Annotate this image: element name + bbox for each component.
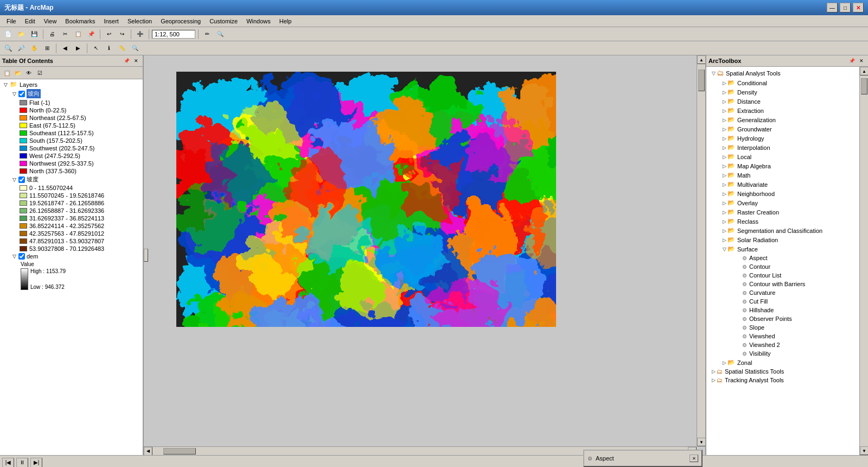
toc-content[interactable]: ▽ 📁 Layers ▽ 坡向 Flat (-1) (0, 79, 143, 455)
toc-pin-button[interactable]: 📌 (122, 56, 131, 65)
tool-overlay[interactable]: ▷ 📂 Overlay (720, 198, 858, 207)
map-canvas[interactable] (176, 72, 556, 327)
toc-close-button[interactable]: ✕ (132, 56, 141, 65)
tool-observer-points[interactable]: ⚙ Observer Points (740, 314, 858, 323)
tool-neighborhood[interactable]: ▷ 📂 Neighborhood (720, 189, 858, 198)
map-nav-button1[interactable]: |◀ (2, 458, 14, 468)
zoom-out-button[interactable]: 🔎 (15, 42, 27, 54)
tool-surface[interactable]: ▽ 📂 Surface (720, 244, 858, 254)
redo-button[interactable]: ↪ (116, 28, 128, 40)
map-nav-button3[interactable]: ▶| (30, 458, 42, 468)
toolbox-pin-button[interactable]: 📌 (847, 56, 856, 65)
open-button[interactable]: 📁 (15, 28, 27, 40)
tool-generalization[interactable]: ▷ 📂 Generalization (720, 115, 858, 124)
tool-local[interactable]: ▷ 📂 Local (720, 152, 858, 161)
tool-hillshade[interactable]: ⚙ Hillshade (740, 306, 858, 314)
editor-button[interactable]: ✏ (201, 28, 213, 40)
layer-aspect-header[interactable]: ▽ 坡向 (10, 89, 142, 99)
tool-conditional[interactable]: ▷ 📂 Conditional (720, 78, 858, 87)
tool-slope[interactable]: ⚙ Slope (740, 323, 858, 332)
select-button[interactable]: ↖ (90, 42, 102, 54)
spatial-analyst-tools-item[interactable]: ▽ 🗂 Spatial Analyst Tools (710, 68, 858, 78)
toolbox-scroll-down-button[interactable]: ▼ (860, 446, 868, 455)
menu-geoprocessing[interactable]: Geoprocessing (156, 17, 205, 26)
save-button[interactable]: 💾 (28, 28, 40, 40)
tool-raster-creation[interactable]: ▷ 📂 Raster Creation (720, 207, 858, 217)
tool-contour[interactable]: ⚙ Contour (740, 262, 858, 271)
layer-dem-checkbox[interactable] (18, 253, 25, 260)
tool-groundwater[interactable]: ▷ 📂 Groundwater (720, 124, 858, 134)
mini-aspect-dialog[interactable]: ⚙ Aspect ✕ (583, 450, 703, 467)
menu-bookmarks[interactable]: Bookmarks (61, 17, 99, 26)
scale-input[interactable]: 1:12, 500 (152, 30, 195, 39)
tool-map-algebra[interactable]: ▷ 📂 Map Algebra (720, 161, 858, 171)
toc-list-by-drawing-order[interactable]: 📋 (2, 68, 12, 78)
paste-button[interactable]: 📌 (85, 28, 97, 40)
toolbox-scroll-up-button[interactable]: ▲ (860, 67, 868, 75)
zoom-in-button[interactable]: 🔍 (2, 42, 14, 54)
map-area[interactable]: ◀ ▶ ▲ ▼ (144, 55, 705, 455)
scroll-down-button[interactable]: ▼ (697, 438, 705, 446)
new-button[interactable]: 📄 (2, 28, 14, 40)
tool-visibility[interactable]: ⚙ Visibility (740, 349, 858, 358)
vscroll-thumb[interactable] (698, 70, 705, 91)
toolbox-content[interactable]: ▽ 🗂 Spatial Analyst Tools ▷ 📂 Conditiona… (706, 67, 859, 455)
scroll-up-button[interactable]: ▲ (697, 55, 705, 64)
print-button[interactable]: 🖨 (46, 28, 58, 40)
menu-selection[interactable]: Selection (123, 17, 156, 26)
maximize-button[interactable]: □ (840, 3, 851, 12)
add-data-button[interactable]: ➕ (134, 28, 146, 40)
layer-dem-header[interactable]: ▽ dem (10, 253, 142, 260)
scroll-left-button[interactable]: ◀ (144, 447, 152, 456)
layers-root[interactable]: ▽ 📁 Layers (1, 80, 142, 89)
layer-slope-checkbox[interactable] (18, 176, 25, 183)
toc-list-by-source[interactable]: 📂 (13, 68, 23, 78)
tool-viewshed[interactable]: ⚙ Viewshed (740, 332, 858, 340)
tool-density[interactable]: ▷ 📂 Density (720, 87, 858, 97)
menu-help[interactable]: Help (275, 17, 296, 26)
forward-button[interactable]: ▶ (72, 42, 84, 54)
measure-button[interactable]: 📏 (116, 42, 128, 54)
layer-aspect-checkbox[interactable] (18, 91, 25, 97)
tool-distance[interactable]: ▷ 📂 Distance (720, 97, 858, 106)
toolbox-close-button[interactable]: ✕ (857, 56, 866, 65)
tool-cut-fill[interactable]: ⚙ Cut Fill (740, 297, 858, 306)
search-button[interactable]: 🔍 (214, 28, 226, 40)
mini-dialog-close-button[interactable]: ✕ (690, 455, 698, 462)
toc-divider-handle[interactable] (144, 249, 148, 262)
menu-customize[interactable]: Customize (205, 17, 242, 26)
toc-list-by-selection[interactable]: ☑ (35, 68, 44, 78)
menu-edit[interactable]: Edit (21, 17, 40, 26)
cut-button[interactable]: ✂ (59, 28, 71, 40)
menu-windows[interactable]: Windows (242, 17, 275, 26)
menu-file[interactable]: File (2, 17, 21, 26)
tool-zonal[interactable]: ▷ 📂 Zonal (720, 358, 858, 367)
spatial-statistics-tools-item[interactable]: ▷ 🗂 Spatial Statistics Tools (710, 367, 858, 376)
menu-view[interactable]: View (40, 17, 61, 26)
map-vscrollbar[interactable]: ▲ ▼ (697, 55, 705, 446)
undo-button[interactable]: ↩ (103, 28, 115, 40)
layer-slope-header[interactable]: ▽ 坡度 (10, 175, 142, 184)
map-nav-button2[interactable]: ⏸ (16, 458, 28, 468)
tool-contour-with-barriers[interactable]: ⚙ Contour with Barriers (740, 280, 858, 288)
toolbox-vscroll-thumb[interactable] (861, 78, 867, 94)
minimize-button[interactable]: — (827, 3, 838, 12)
layers-expand[interactable]: ▽ (2, 81, 9, 88)
hscroll-thumb[interactable] (163, 448, 196, 455)
menu-insert[interactable]: Insert (99, 17, 123, 26)
tool-contour-list[interactable]: ⚙ Contour List (740, 271, 858, 280)
tool-extraction[interactable]: ▷ 📂 Extraction (720, 106, 858, 115)
tool-segmentation[interactable]: ▷ 📂 Segmentation and Classification (720, 226, 858, 235)
toolbox-vscrollbar[interactable]: ▲ ▼ (859, 67, 868, 455)
copy-button[interactable]: 📋 (72, 28, 84, 40)
identify-button[interactable]: ℹ (103, 42, 115, 54)
full-extent-button[interactable]: ⊞ (41, 42, 53, 54)
close-button[interactable]: ✕ (853, 3, 864, 12)
tool-solar-radiation[interactable]: ▷ 📂 Solar Radiation (720, 235, 858, 244)
tool-aspect[interactable]: ⚙ Aspect (740, 254, 858, 262)
tool-curvature[interactable]: ⚙ Curvature (740, 288, 858, 297)
pan-button[interactable]: ✋ (28, 42, 40, 54)
tool-hydrology[interactable]: ▷ 📂 Hydrology (720, 134, 858, 143)
toc-list-by-visibility[interactable]: 👁 (24, 68, 34, 78)
tool-math[interactable]: ▷ 📂 Math (720, 171, 858, 180)
